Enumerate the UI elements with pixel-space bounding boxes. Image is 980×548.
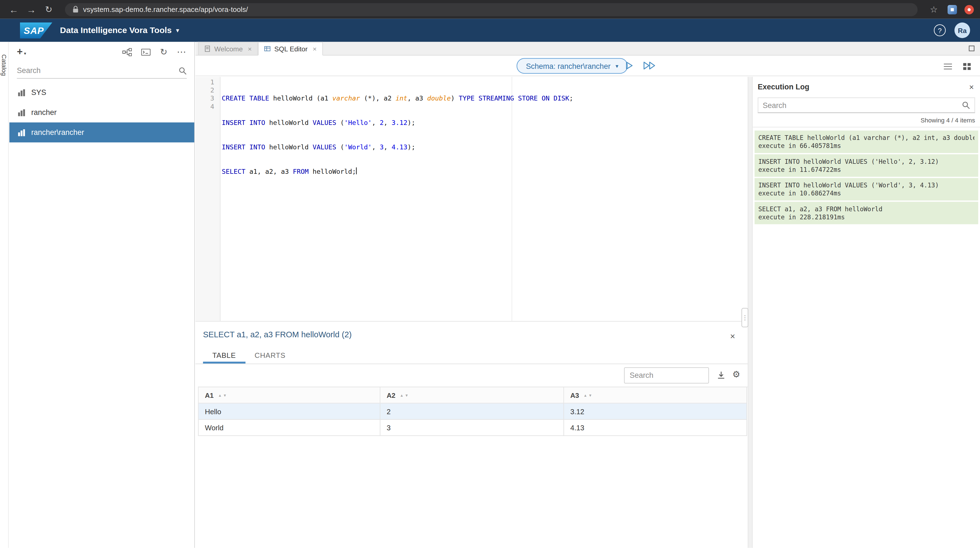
results-title: SELECT a1, a2, a3 FROM helloWorld (2) — [196, 322, 748, 339]
sort-desc-icon[interactable]: ▼ — [223, 393, 226, 397]
hierarchy-icon[interactable] — [123, 48, 132, 56]
url-bar[interactable]: vsystem.sap-demo.fe.rancher.space/app/vo… — [65, 3, 918, 16]
catalog-search-input[interactable] — [17, 66, 179, 75]
close-icon[interactable]: × — [969, 82, 974, 92]
column-header-a2[interactable]: A2 ▲▼ — [380, 387, 564, 403]
list-layout-icon[interactable] — [943, 62, 953, 73]
search-icon[interactable] — [179, 67, 187, 75]
log-entry[interactable]: CREATE TABLE helloWorld (a1 varchar (*),… — [754, 130, 978, 153]
close-icon[interactable]: × — [248, 45, 251, 52]
user-avatar[interactable]: Ra — [955, 22, 970, 38]
log-time: execute in 66.405781ms — [759, 142, 975, 150]
results-panel: SELECT a1, a2, a3 FROM helloWorld (2) × … — [196, 321, 748, 548]
more-icon[interactable]: ⋯ — [177, 46, 187, 58]
tree-item-label: rancher\rancher — [31, 128, 84, 137]
run-all-button[interactable] — [643, 60, 657, 73]
create-button[interactable]: + ▾ — [17, 47, 26, 57]
panel-resize-handle[interactable]: ⋮ — [741, 308, 748, 327]
catalog-rail: Catalog — [0, 42, 9, 548]
main-area: Catalog + ▾ ↻ ⋯ — [0, 42, 980, 548]
log-entry[interactable]: INSERT INTO helloWorld VALUES ('Hello', … — [754, 154, 978, 177]
sort-asc-icon[interactable]: ▲ — [218, 393, 221, 397]
maximize-icon[interactable] — [968, 45, 975, 52]
grid-layout-icon[interactable] — [963, 62, 971, 73]
reload-icon[interactable]: ↻ — [41, 5, 56, 14]
sort-desc-icon[interactable]: ▼ — [589, 393, 592, 397]
chevron-down-icon: ▾ — [176, 27, 179, 34]
refresh-icon[interactable]: ↻ — [160, 47, 167, 57]
document-icon — [204, 46, 211, 52]
results-tabs: TABLE CHARTS — [196, 347, 748, 364]
log-entry[interactable]: INSERT INTO helloWorld VALUES ('World', … — [754, 178, 978, 200]
sort-desc-icon[interactable]: ▼ — [405, 393, 408, 397]
log-sql: INSERT INTO helloWorld VALUES ('World', … — [759, 181, 975, 189]
log-time: execute in 10.686274ms — [759, 189, 975, 197]
log-time: execute in 11.674722ms — [759, 165, 975, 173]
schema-selector[interactable]: Schema: rancher\rancher ▾ — [517, 58, 628, 73]
catalog-search — [17, 63, 187, 79]
tab-welcome[interactable]: Welcome × — [198, 42, 258, 55]
plus-icon: + — [17, 47, 23, 57]
catalog-tree: SYS rancher rancher\rancher — [10, 83, 194, 142]
execution-log-panel: Execution Log × Showing 4 / 4 items CREA… — [752, 77, 980, 548]
column-header-a1[interactable]: A1 ▲▼ — [199, 387, 380, 403]
column-header-a3[interactable]: A3 ▲▼ — [564, 387, 747, 403]
catalog-rail-tab[interactable]: Catalog — [0, 54, 8, 76]
close-icon[interactable]: × — [313, 45, 317, 52]
forward-icon[interactable]: → — [24, 4, 39, 15]
bookmark-star-icon[interactable]: ☆ — [926, 5, 942, 14]
terminal-icon[interactable] — [141, 48, 151, 55]
app-title-menu[interactable]: Data Intelligence Vora Tools ▾ — [60, 25, 179, 35]
search-icon[interactable] — [962, 101, 970, 110]
cell: World — [199, 420, 380, 436]
splitter[interactable] — [748, 77, 752, 548]
chevron-down-icon: ▾ — [616, 63, 618, 69]
help-icon[interactable]: ? — [934, 24, 946, 37]
sql-editor[interactable]: 1 2 3 4 CREATE TABLE helloWorld (a1 varc… — [196, 77, 748, 321]
table-icon — [18, 88, 25, 96]
back-icon[interactable]: ← — [6, 4, 21, 15]
browser-profile-icon[interactable] — [964, 5, 974, 14]
url-text: vsystem.sap-demo.fe.rancher.space/app/vo… — [83, 6, 248, 13]
results-search-input[interactable] — [624, 367, 709, 384]
tree-item-sys[interactable]: SYS — [10, 83, 194, 102]
line-number: 2 — [196, 86, 220, 94]
cell: 3 — [380, 420, 564, 436]
tree-item-rancher-rancher[interactable]: rancher\rancher — [10, 122, 194, 142]
log-sql: INSERT INTO helloWorld VALUES ('Hello', … — [759, 157, 975, 165]
workarea: 1 2 3 4 CREATE TABLE helloWorld (a1 varc… — [196, 77, 980, 548]
settings-gear-icon[interactable]: ⚙ — [732, 369, 740, 379]
cell: 4.13 — [564, 420, 747, 436]
chevron-down-icon: ▾ — [24, 51, 26, 56]
execution-log-title: Execution Log — [757, 83, 809, 91]
tree-item-label: SYS — [31, 88, 46, 97]
close-icon[interactable]: × — [730, 331, 735, 341]
catalog-sidebar: + ▾ ↻ ⋯ — [10, 42, 195, 548]
browser-chrome: ← → ↻ vsystem.sap-demo.fe.rancher.space/… — [0, 0, 980, 19]
tree-item-rancher[interactable]: rancher — [10, 102, 194, 122]
table-icon — [18, 108, 25, 116]
log-sql: SELECT a1, a2, a3 FROM helloWorld — [759, 205, 975, 213]
run-button[interactable] — [624, 60, 634, 73]
table-icon — [18, 128, 25, 136]
log-search-input[interactable] — [763, 101, 962, 110]
sort-asc-icon[interactable]: ▲ — [400, 393, 403, 397]
tab-table[interactable]: TABLE — [203, 347, 245, 364]
cell: 3.12 — [564, 403, 747, 420]
table-row[interactable]: Hello 2 3.12 — [199, 403, 748, 420]
code-area[interactable]: CREATE TABLE helloWorld (a1 varchar (*),… — [221, 77, 748, 321]
content-area: Welcome × SQL Editor × Schema: rancher\r… — [196, 42, 980, 548]
tab-sql-editor[interactable]: SQL Editor × — [258, 42, 323, 56]
log-entry[interactable]: SELECT a1, a2, a3 FROM helloWorld execut… — [754, 202, 978, 224]
sap-logo: SAP — [20, 22, 52, 38]
tab-charts[interactable]: CHARTS — [245, 347, 295, 364]
table-row[interactable]: World 3 4.13 — [199, 420, 748, 436]
lock-icon — [72, 6, 79, 13]
line-number: 4 — [196, 102, 220, 111]
tab-label: Welcome — [214, 45, 243, 52]
download-icon[interactable] — [717, 370, 725, 382]
text-cursor — [356, 167, 356, 174]
extensions-icon[interactable] — [948, 5, 957, 14]
sort-asc-icon[interactable]: ▲ — [584, 393, 587, 397]
code-line: CREATE TABLE helloWorld (a1 varchar (*),… — [222, 94, 748, 102]
